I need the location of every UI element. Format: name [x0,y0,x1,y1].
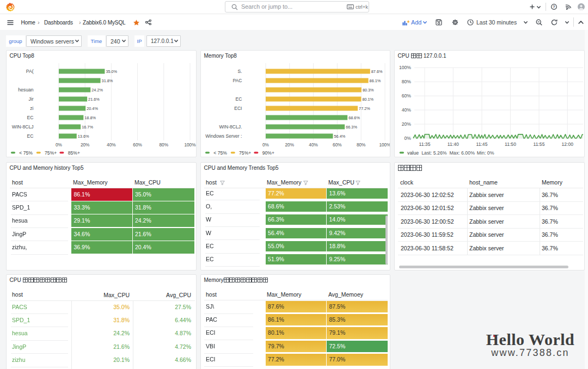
svg-text:11:45: 11:45 [476,142,488,147]
svg-text:60%: 60% [133,142,142,147]
svg-text:100%: 100% [399,65,411,70]
svg-text:S.: S. [237,69,242,74]
svg-text:75%+: 75%+ [45,150,57,156]
svg-text:< 75%: < 75% [213,150,227,156]
svg-text:80%: 80% [402,79,412,84]
svg-text:hesuan: hesuan [18,87,33,93]
svg-text:21.6%: 21.6% [88,97,100,102]
svg-text:100%: 100% [184,142,196,147]
svg-text:68.6%: 68.6% [348,115,360,120]
svg-text:56.4%: 56.4% [334,134,346,139]
svg-text:zi: zi [30,106,33,111]
svg-text:85%+: 85%+ [68,150,80,156]
svg-text:20%: 20% [81,142,90,147]
svg-text:11:40: 11:40 [448,142,459,147]
svg-text:0%: 0% [262,142,270,147]
svg-text:11:35: 11:35 [419,142,431,147]
svg-text:80.1%: 80.1% [362,97,373,102]
svg-text:ECI: ECI [234,106,242,111]
svg-text:40%: 40% [107,142,116,147]
svg-text:0%: 0% [56,142,63,147]
svg-text:20%: 20% [285,142,294,147]
svg-text:12:00: 12:00 [562,142,574,147]
svg-text:31.8%: 31.8% [102,78,113,83]
svg-text:Max: 6.00%: Max: 6.00% [450,150,475,156]
svg-text:Windows Server :: Windows Server : [205,133,242,139]
svg-text:100%: 100% [379,142,390,147]
svg-text:11:55: 11:55 [534,142,545,147]
svg-text:0%: 0% [405,136,412,141]
svg-text:13.6%: 13.6% [78,134,89,139]
svg-text:EC: EC [236,96,242,102]
svg-text:EC: EC [27,115,34,120]
svg-text:20.4%: 20.4% [87,106,98,111]
svg-text:Jir: Jir [28,96,33,102]
svg-text:35.0%: 35.0% [106,69,117,74]
svg-text:80.3%: 80.3% [363,88,374,93]
svg-text:86.1%: 86.1% [370,78,381,83]
svg-text:20%: 20% [402,121,412,127]
svg-text:80%: 80% [159,142,168,147]
svg-text:66.3%: 66.3% [346,125,357,130]
svg-text:< 75%: < 75% [19,150,33,156]
svg-text:WIN-8CLJ.: WIN-8CLJ. [219,124,242,130]
svg-text:PA(: PA( [26,69,34,74]
svg-text:EC: EC [27,133,34,139]
svg-text:value: value [407,150,419,156]
svg-text:WIN-8CLJ: WIN-8CLJ [12,124,34,130]
svg-text:60%: 60% [333,142,342,147]
svg-text:60%: 60% [402,93,412,99]
svg-text:40%: 40% [309,142,318,147]
svg-text:16.7%: 16.7% [82,125,93,130]
svg-text:40%: 40% [402,107,412,113]
svg-text:87.6%: 87.6% [371,69,383,74]
svg-text:24.2%: 24.2% [91,88,103,93]
svg-text:Min: 0%: Min: 0% [477,150,494,156]
svg-text:?: ? [553,5,555,9]
svg-text:Last: 5.26%: Last: 5.26% [421,150,447,156]
svg-text:11:50: 11:50 [505,142,516,147]
svg-text:90%+: 90%+ [262,150,274,156]
svg-text:80%: 80% [357,142,366,147]
svg-text:18.8%: 18.8% [84,115,96,120]
svg-text:75%+: 75%+ [239,150,251,156]
svg-text:PAC: PAC [232,78,242,83]
svg-text:77.2%: 77.2% [359,106,370,111]
